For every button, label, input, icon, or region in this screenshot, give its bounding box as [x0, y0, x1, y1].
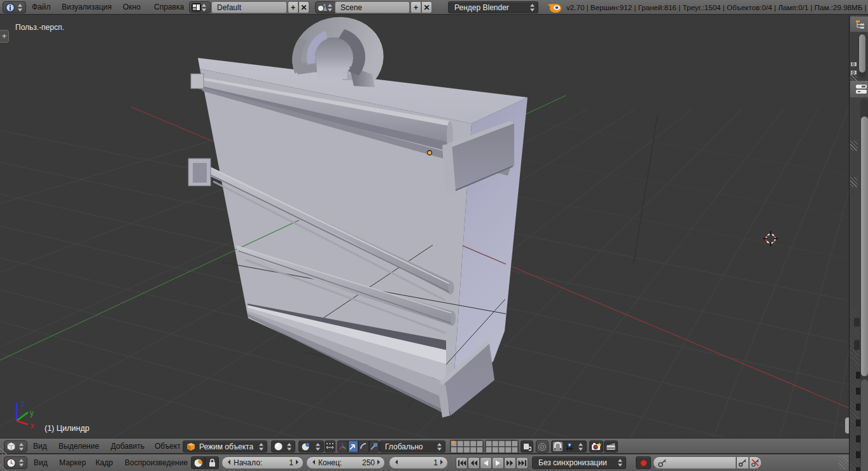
- svg-text:z: z: [21, 399, 25, 408]
- svg-text:x: x: [31, 421, 34, 430]
- svg-text:Польз.-персп.: Польз.-персп.: [15, 23, 64, 32]
- svg-text:(1) Цилиндр: (1) Цилиндр: [45, 424, 89, 433]
- svg-text:y: y: [30, 409, 34, 418]
